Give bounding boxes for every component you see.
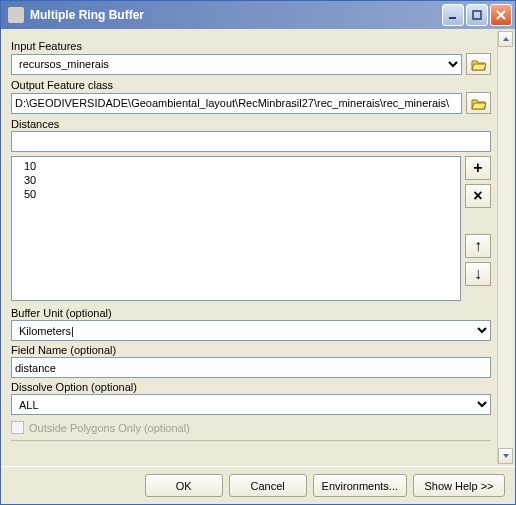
distances-list[interactable]: 10 30 50 bbox=[11, 156, 461, 301]
footer: OK Cancel Environments... Show Help >> bbox=[1, 466, 515, 504]
scrollbar[interactable] bbox=[497, 31, 513, 464]
svg-rect-0 bbox=[449, 17, 456, 19]
output-feature-class-input[interactable] bbox=[11, 93, 462, 114]
folder-open-icon bbox=[471, 58, 487, 71]
content-area: Input Features recursos_minerais Output … bbox=[1, 29, 515, 466]
buffer-unit-label: Buffer Unit (optional) bbox=[11, 307, 491, 319]
distances-input[interactable] bbox=[11, 131, 491, 152]
ok-button[interactable]: OK bbox=[145, 474, 223, 497]
input-features-browse-button[interactable] bbox=[466, 53, 491, 75]
folder-open-icon bbox=[471, 97, 487, 110]
cancel-button[interactable]: Cancel bbox=[229, 474, 307, 497]
list-item[interactable]: 30 bbox=[14, 173, 458, 187]
scroll-up-button[interactable] bbox=[498, 31, 513, 47]
plus-icon: + bbox=[473, 159, 482, 177]
field-name-input[interactable] bbox=[11, 357, 491, 378]
outside-polygons-label: Outside Polygons Only (optional) bbox=[29, 422, 190, 434]
environments-button[interactable]: Environments... bbox=[313, 474, 407, 497]
distances-label: Distances bbox=[11, 118, 491, 130]
divider bbox=[11, 440, 491, 441]
window-title: Multiple Ring Buffer bbox=[28, 8, 440, 22]
input-features-label: Input Features bbox=[11, 40, 491, 52]
svg-rect-1 bbox=[473, 11, 481, 19]
close-button[interactable] bbox=[490, 4, 512, 26]
dissolve-option-label: Dissolve Option (optional) bbox=[11, 381, 491, 393]
app-icon bbox=[8, 7, 24, 23]
list-item[interactable]: 50 bbox=[14, 187, 458, 201]
chevron-down-icon bbox=[502, 452, 510, 460]
x-icon: × bbox=[473, 187, 482, 205]
add-button[interactable]: + bbox=[465, 156, 491, 180]
window-root: Multiple Ring Buffer Input Features recu… bbox=[0, 0, 516, 505]
maximize-button[interactable] bbox=[466, 4, 488, 26]
outside-polygons-checkbox bbox=[11, 421, 24, 434]
dissolve-option-dropdown[interactable]: ALL bbox=[11, 394, 491, 415]
chevron-up-icon bbox=[502, 35, 510, 43]
move-up-button[interactable]: ↑ bbox=[465, 234, 491, 258]
buffer-unit-dropdown[interactable]: Kilometers| bbox=[11, 320, 491, 341]
output-feature-class-label: Output Feature class bbox=[11, 79, 491, 91]
output-browse-button[interactable] bbox=[466, 92, 491, 114]
outside-polygons-row: Outside Polygons Only (optional) bbox=[11, 421, 491, 434]
show-help-button[interactable]: Show Help >> bbox=[413, 474, 505, 497]
minimize-button[interactable] bbox=[442, 4, 464, 26]
arrow-down-icon: ↓ bbox=[474, 265, 482, 283]
field-name-label: Field Name (optional) bbox=[11, 344, 491, 356]
move-down-button[interactable]: ↓ bbox=[465, 262, 491, 286]
remove-button[interactable]: × bbox=[465, 184, 491, 208]
scroll-down-button[interactable] bbox=[498, 448, 513, 464]
list-item[interactable]: 10 bbox=[14, 159, 458, 173]
titlebar: Multiple Ring Buffer bbox=[1, 1, 515, 29]
arrow-up-icon: ↑ bbox=[474, 237, 482, 255]
input-features-dropdown[interactable]: recursos_minerais bbox=[11, 54, 462, 75]
